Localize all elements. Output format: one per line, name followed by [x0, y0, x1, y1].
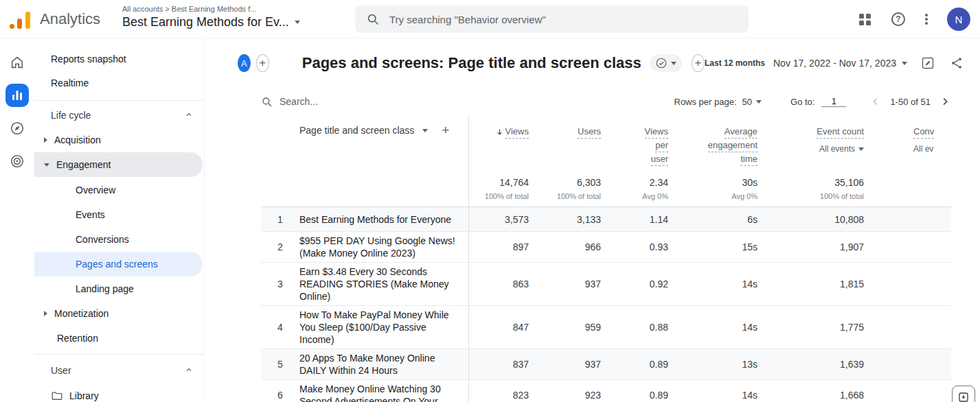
row-users: 959 — [536, 306, 608, 348]
chevron-up-icon — [185, 365, 193, 376]
sidebar-section-life-cycle[interactable]: Life cycle — [34, 103, 204, 128]
rows-per-page-label: Rows per page: — [674, 97, 737, 107]
sidebar-item-library[interactable]: Library — [34, 383, 204, 402]
row-views-per-user: 0.89 — [608, 380, 675, 402]
date-preset: Last 12 months — [705, 58, 765, 68]
sidebar-item-retention[interactable]: Retention — [34, 326, 204, 351]
report-sidebar: Reports snapshot Realtime Life cycle Acq… — [34, 38, 205, 402]
prev-page-icon[interactable] — [869, 95, 882, 108]
table-row[interactable]: 6 Make Money Online Watching 30 Second A… — [261, 380, 951, 402]
feedback-button[interactable] — [952, 386, 975, 402]
sidebar-item-monetization[interactable]: Monetization — [34, 301, 204, 326]
explore-icon[interactable] — [10, 121, 25, 136]
expand-icon — [44, 137, 47, 143]
row-users: 966 — [536, 232, 608, 262]
row-event-count: 1,815 — [764, 263, 871, 305]
sidebar-item-pages-and-screens[interactable]: Pages and screens — [34, 252, 203, 276]
help-icon[interactable]: ? — [890, 11, 907, 27]
total-event-count: 35,106100% of total — [764, 169, 871, 206]
next-page-icon[interactable] — [939, 95, 951, 108]
table-search[interactable] — [261, 96, 403, 108]
sort-descending-icon — [495, 128, 504, 137]
edit-report-icon[interactable] — [920, 55, 936, 71]
add-dimension-icon[interactable]: + — [442, 125, 449, 136]
sidebar-item-acquisition[interactable]: Acquisition — [34, 128, 204, 152]
table-row[interactable]: 4 How To Make PayPal Money While You Sle… — [261, 306, 951, 349]
analytics-logo-icon — [10, 11, 30, 29]
goto-label: Go to: — [790, 97, 814, 107]
sidebar-divider — [34, 100, 204, 101]
breadcrumb-path[interactable]: All accounts > Best Earning Methods f... — [122, 5, 300, 13]
main-content: A + Pages and screens: Page title and sc… — [205, 38, 980, 402]
home-icon[interactable] — [10, 55, 25, 70]
reports-icon[interactable] — [5, 84, 29, 107]
account-selector[interactable]: Best Earning Methods for Ev... — [122, 15, 300, 29]
column-header-views-per-user[interactable]: Views per user — [608, 115, 675, 169]
sidebar-item-reports-snapshot[interactable]: Reports snapshot — [34, 47, 204, 71]
more-options-icon[interactable] — [918, 11, 935, 27]
event-count-filter[interactable]: All events — [764, 144, 864, 154]
sidebar-section-user[interactable]: User — [34, 358, 204, 383]
table-row[interactable]: 2 $955 PER DAY Using Google News! (Make … — [261, 232, 951, 263]
account-selector-label: Best Earning Methods for Ev... — [122, 15, 289, 29]
total-users: 6,303100% of total — [536, 169, 608, 206]
row-event-count: 1,639 — [764, 349, 871, 379]
row-index: 4 — [261, 306, 299, 348]
goto-input[interactable] — [821, 96, 846, 107]
row-page-title: Earn $3.48 Every 30 Seconds READING STOR… — [299, 263, 469, 305]
sidebar-item-overview[interactable]: Overview — [34, 178, 204, 202]
row-users: 3,133 — [536, 207, 608, 231]
table-header-row: Page title and screen class + Views User… — [261, 115, 951, 169]
expand-icon — [44, 311, 47, 316]
topbar: Analytics All accounts > Best Earning Me… — [0, 0, 980, 38]
row-users: 937 — [536, 349, 608, 379]
global-search[interactable] — [355, 5, 749, 33]
pagination-range: 1-50 of 51 — [890, 97, 931, 107]
dimension-header[interactable]: Page title and screen class + — [261, 115, 469, 169]
column-header-views[interactable]: Views — [469, 115, 536, 169]
rows-per-page-select[interactable]: 50 — [742, 97, 762, 107]
column-header-conversions[interactable]: Conv All ev — [871, 115, 951, 169]
sidebar-item-realtime[interactable]: Realtime — [34, 71, 204, 95]
search-icon — [366, 12, 380, 26]
chevron-down-icon — [671, 62, 676, 65]
sidebar-item-events[interactable]: Events — [34, 202, 204, 227]
table-row[interactable]: 1 Best Earning Methods for Everyone 3,57… — [261, 207, 951, 232]
report-header: A + Pages and screens: Page title and sc… — [205, 38, 980, 88]
column-header-users[interactable]: Users — [536, 115, 608, 169]
table-row[interactable]: 5 20 Apps To Make Money Online DAILY Wit… — [261, 349, 951, 380]
chevron-up-icon — [185, 110, 193, 121]
pagination-controls: Rows per page: 50 Go to: 1-50 of 51 — [674, 95, 952, 108]
row-views: 3,573 — [469, 207, 536, 231]
chevron-down-icon — [902, 62, 907, 65]
sidebar-item-landing-page[interactable]: Landing page — [34, 276, 204, 301]
column-header-avg-engagement-time[interactable]: Average engagement time — [675, 115, 764, 169]
apps-grid-icon[interactable] — [856, 11, 873, 27]
chevron-down-icon — [422, 129, 428, 132]
table-search-input[interactable] — [280, 96, 403, 107]
row-views-per-user: 0.88 — [608, 306, 675, 348]
comparison-avatar[interactable]: A — [238, 54, 251, 72]
advertising-icon[interactable] — [10, 154, 25, 169]
date-range-selector[interactable]: Nov 17, 2022 - Nov 17, 2023 — [773, 58, 907, 69]
total-views-per-user: 2.34Avg 0% — [608, 169, 675, 206]
sidebar-divider — [34, 354, 204, 355]
sidebar-item-conversions[interactable]: Conversions — [34, 227, 204, 252]
share-icon[interactable] — [948, 55, 965, 71]
global-search-input[interactable] — [389, 14, 698, 25]
row-users: 937 — [536, 263, 608, 305]
column-header-event-count[interactable]: Event count All events — [764, 115, 871, 169]
add-comparison-button[interactable]: + — [256, 54, 269, 72]
row-page-title: Best Earning Methods for Everyone — [299, 207, 469, 231]
row-index: 5 — [261, 349, 299, 379]
chevron-down-icon — [756, 100, 762, 104]
row-users: 923 — [536, 380, 608, 402]
sidebar-item-engagement[interactable]: Engagement — [34, 152, 203, 177]
row-page-title: 20 Apps To Make Money Online DAILY Withi… — [299, 349, 469, 379]
add-report-button[interactable]: + — [692, 54, 705, 72]
user-avatar[interactable]: N — [947, 8, 970, 31]
table-toolbar: Rows per page: 50 Go to: 1-50 of 51 — [261, 88, 951, 115]
table-row[interactable]: 3 Earn $3.48 Every 30 Seconds READING ST… — [261, 263, 951, 306]
check-circle-icon — [655, 57, 668, 69]
report-status-badge[interactable] — [650, 54, 682, 72]
